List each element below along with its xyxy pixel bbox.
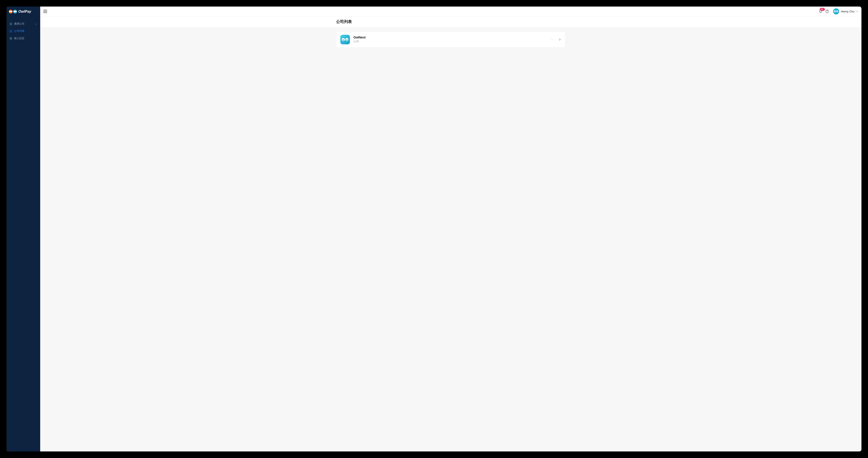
sidebar-item-label: 公司列表 [14, 29, 25, 33]
sidebar-item-label: 個人設定 [14, 36, 25, 40]
company-info: OwlNest 台灣 [353, 36, 547, 43]
user-menu[interactable]: Henry Chu [833, 8, 858, 14]
chevron-right-icon [558, 38, 561, 41]
sidebar-item-label: 選擇公司 [14, 22, 25, 26]
list-icon [10, 30, 12, 33]
main: 99+ Henry Chu 公司列表 [40, 6, 862, 452]
company-name: OwlNest [353, 36, 547, 39]
owl-pair-icon [9, 10, 17, 13]
app-window: OwlPay 選擇公司 公司列表 個人設定 [6, 6, 862, 452]
brand-name: OwlPay [18, 10, 31, 13]
svg-rect-2 [10, 37, 12, 39]
settings-icon [10, 37, 12, 40]
help-button[interactable] [825, 9, 829, 13]
sidebar-menu: 選擇公司 公司列表 個人設定 [6, 17, 40, 42]
chevron-down-icon [856, 10, 858, 12]
content: OwlNest 台灣 ⋯ [40, 28, 862, 452]
help-icon [825, 9, 829, 13]
svg-point-3 [10, 38, 11, 39]
more-options-button[interactable]: ⋯ [550, 38, 554, 42]
open-company-button[interactable] [558, 38, 561, 41]
menu-toggle-button[interactable] [43, 10, 47, 13]
brand-logo[interactable]: OwlPay [6, 6, 40, 17]
company-card[interactable]: OwlNest 台灣 ⋯ [336, 31, 565, 48]
topbar: 99+ Henry Chu [40, 6, 862, 17]
card-actions: ⋯ [550, 38, 561, 42]
sidebar-item-personal-settings[interactable]: 個人設定 [6, 35, 40, 42]
avatar [833, 8, 839, 14]
sidebar: OwlPay 選擇公司 公司列表 個人設定 [6, 6, 40, 452]
page-title: 公司列表 [336, 19, 565, 24]
username: Henry Chu [841, 10, 855, 13]
company-region: 台灣 [353, 40, 547, 43]
company-logo [340, 35, 350, 44]
company-select-icon [10, 23, 12, 25]
notification-badge: 99+ [820, 8, 825, 11]
page-title-bar: 公司列表 [40, 17, 862, 28]
notifications-button[interactable]: 99+ [819, 9, 823, 13]
sidebar-item-company-list[interactable]: 公司列表 [6, 28, 40, 35]
svg-rect-1 [10, 30, 12, 32]
sidebar-item-select-company[interactable]: 選擇公司 [6, 20, 40, 28]
chevron-down-icon [35, 23, 37, 25]
